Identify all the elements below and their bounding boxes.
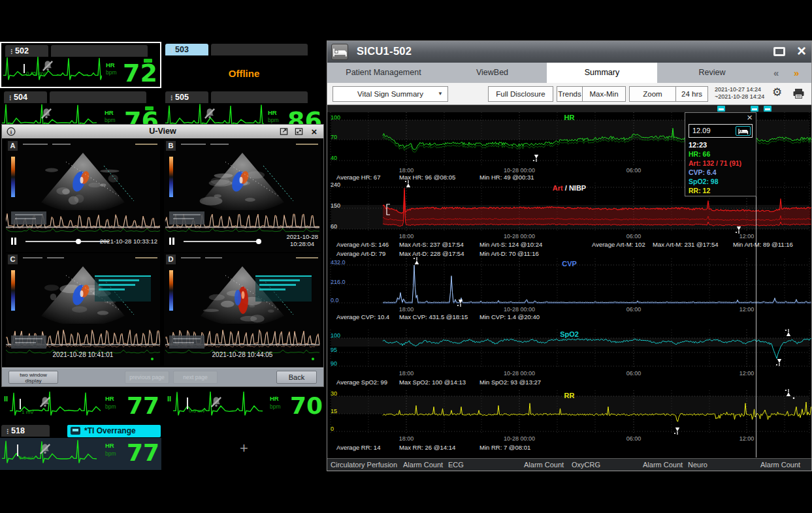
bed-tab-secondary[interactable] (51, 45, 148, 57)
calibration-label: 1 mV (22, 409, 34, 415)
bed-tile-503[interactable]: ⋮503 Offline (163, 42, 325, 88)
hr-value: 77 (127, 392, 159, 419)
bed-view-button[interactable] (331, 44, 348, 60)
bed-tab[interactable]: ⋮502 (5, 45, 48, 57)
x-axis-label: 18:00 (399, 435, 414, 442)
gear-icon[interactable]: ⚙ (772, 86, 782, 99)
bed-label: 505 (175, 93, 189, 102)
image-info-tag (169, 211, 204, 225)
echo-image (164, 148, 321, 210)
close-icon[interactable]: × (797, 42, 806, 60)
pause-icon[interactable] (172, 238, 174, 245)
two-window-display-button[interactable]: two window display (8, 371, 58, 384)
section-label: Neuro (688, 461, 707, 469)
stat-label: Min Art-D: 70 @11:16 (479, 250, 539, 257)
bed-icon (332, 45, 348, 60)
tab-summary[interactable]: Summary (547, 63, 657, 83)
previous-page-button[interactable]: previous page (125, 371, 169, 384)
stat-label: Max SpO2: 100 @14:13 (399, 379, 466, 386)
bed-tab-secondary[interactable] (50, 91, 146, 103)
max-min-button[interactable]: Max-Min (582, 86, 626, 102)
ultrasound-panel-d[interactable]: D 2021-10-28 10:44:05 (164, 253, 321, 365)
chart-title: RR (327, 392, 811, 399)
tabs-scroll-right-icon[interactable]: » (794, 63, 799, 83)
restore-window-icon[interactable] (773, 47, 785, 56)
ultrasound-panel-c[interactable]: C 2021-10-28 10:41:01 (6, 253, 160, 365)
bed-menu-dots-icon: ⋮ (169, 47, 174, 54)
section-label: Circulatory Perfusion (331, 461, 397, 469)
bed-tile-518-wave[interactable]: 0.5 mV HR bpm 77 (0, 438, 161, 470)
goto-bed-button[interactable] (736, 126, 751, 136)
stat-label: Min RR: 7 @08:01 (479, 444, 530, 451)
x-axis-label: 06:00 (626, 370, 641, 377)
date-range: 2021-10-27 14:24 ~2021-10-28 14:24 (715, 86, 764, 101)
stat-label: Max RR: 26 @14:14 (399, 444, 455, 451)
stat-label: Min Art-S: 124 @10:24 (479, 241, 542, 248)
calibration-bar (24, 64, 25, 73)
alarm-banner-ti-overrange[interactable]: *TI Overrange (67, 425, 161, 437)
x-axis-label: 10-28 00:00 (504, 306, 535, 313)
y-axis-label: 15 (331, 408, 337, 414)
x-axis-label: 12:00 (739, 306, 755, 313)
bed-tab[interactable]: ⋮518 (1, 425, 50, 437)
trends-button[interactable]: Trends (557, 86, 583, 102)
summary-type-dropdown[interactable]: Vital Sign Summary ▼ (333, 86, 448, 102)
pause-icon[interactable] (14, 238, 16, 245)
bed-tab-selected[interactable]: ⋮503 (165, 44, 208, 55)
calibration-label: 0.5 mV (19, 455, 35, 461)
back-button[interactable]: Back (276, 371, 317, 384)
stat-label: Max CVP: 431.5 @18:15 (399, 313, 468, 320)
alarm-count-label: Alarm Count (524, 461, 564, 469)
tab-patient-management[interactable]: Patient Management (329, 63, 438, 83)
lead-label: II (167, 395, 171, 403)
uview-button-bar: two window display previous page next pa… (2, 367, 323, 386)
date-to: ~2021-10-28 14:24 (715, 93, 764, 101)
playback-slider[interactable] (184, 241, 261, 242)
x-axis-label: 06:00 (626, 233, 641, 240)
info-icon[interactable]: i (6, 127, 16, 136)
next-page-button[interactable]: next page (173, 371, 218, 384)
tab-review[interactable]: Review (657, 63, 767, 83)
pause-icon[interactable] (169, 238, 171, 245)
offline-status: Offline (163, 68, 325, 79)
measurement-box (255, 275, 312, 302)
tab-viewbed[interactable]: ViewBed (438, 63, 547, 83)
hr-unit: bpm (105, 450, 116, 457)
ultrasound-panel-a[interactable]: A 2021-10-28 10:33:12 (6, 140, 160, 252)
empty-bed-slot[interactable]: + (163, 424, 325, 470)
panel-header-text (23, 144, 157, 146)
bed-tab[interactable]: ⋮504 (4, 91, 47, 103)
duration-button[interactable]: 24 hrs (675, 86, 708, 102)
popout-icon[interactable] (279, 127, 289, 136)
zoom-button[interactable]: Zoom (629, 86, 676, 102)
expand-icon[interactable] (294, 127, 304, 136)
bed-tile-518-header[interactable]: ⋮518 *TI Overrange (0, 424, 161, 438)
bed-tile-ecg-1[interactable]: II 1 mV HR bpm 77 (0, 390, 161, 423)
bed-tile-502[interactable]: ⋮502 0.25 mV HR bpm 72 (0, 42, 161, 88)
close-icon[interactable]: × (747, 112, 753, 123)
close-icon[interactable]: × (309, 127, 319, 136)
playback-slider[interactable] (25, 241, 109, 242)
section-label: ECG (448, 461, 464, 469)
print-icon[interactable] (792, 88, 805, 99)
bed-menu-dots-icon: ⋮ (169, 95, 174, 101)
bed-menu-dots-icon: ⋮ (5, 428, 10, 435)
bed-tab-secondary[interactable] (211, 91, 308, 103)
stat-label: Max Art-S: 237 @17:54 (399, 241, 464, 248)
bed-tab[interactable]: ⋮505 (165, 91, 208, 103)
full-disclosure-button[interactable]: Full Disclosure (488, 86, 553, 102)
ultrasound-panel-b[interactable]: B 2021-10-28 10:28:04 (164, 140, 321, 252)
bed-icon (736, 127, 750, 136)
chart-title: SpO2 (327, 330, 811, 338)
uview-titlebar: i U-View × (2, 125, 323, 138)
stat-label: Max Art-M: 231 @17:54 (653, 241, 718, 248)
hr-label: HR (105, 109, 114, 116)
tooltip-art: Art: 132 / 71 (91) (689, 159, 741, 167)
time-input[interactable]: 12.09 (689, 124, 753, 138)
bed-tile-ecg-2[interactable]: II 0.5 mV HR bpm 70 (163, 390, 325, 423)
bed-tab-secondary[interactable] (211, 44, 308, 55)
y-axis-label: 70 (331, 134, 337, 140)
tabs-scroll-left-icon[interactable]: « (773, 63, 779, 83)
pause-icon[interactable] (11, 238, 13, 245)
chart-title: CVP (327, 260, 811, 268)
